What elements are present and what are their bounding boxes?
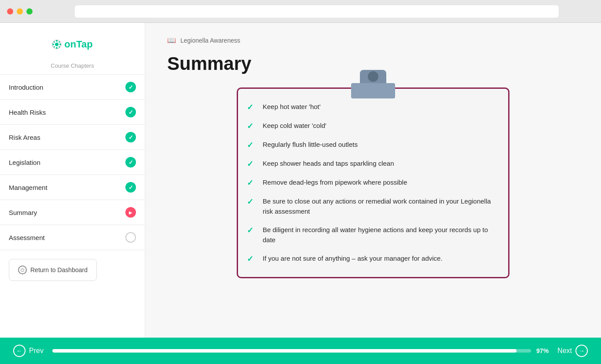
svg-point-1	[55, 43, 59, 46]
chapter-status-icon-health-risks	[125, 107, 136, 117]
svg-point-2	[56, 40, 58, 42]
fullscreen-button[interactable]	[26, 8, 33, 15]
chapter-status-icon-legislation	[125, 157, 136, 167]
checklist-text-2: Regularly flush little-used outlets	[263, 140, 358, 150]
check-icon-2: ✓	[247, 140, 256, 150]
sidebar-item-assessment[interactable]: Assessment	[0, 225, 145, 250]
svg-point-4	[52, 44, 54, 45]
traffic-lights	[7, 8, 33, 15]
checklist-text-0: Keep hot water 'hot'	[263, 102, 321, 112]
sidebar-item-legislation[interactable]: Legislation	[0, 149, 145, 175]
sidebar-item-management[interactable]: Management	[0, 175, 145, 200]
progress-bar-fill	[52, 349, 517, 353]
checklist-item-7: ✓ If you are not sure of anything – ask …	[247, 254, 495, 264]
sidebar-item-health-risks[interactable]: Health Risks	[0, 99, 145, 124]
chapter-status-icon-introduction	[125, 82, 136, 92]
main-content: 📖 Legionella Awareness Summary ✓ Keep ho…	[145, 23, 601, 338]
course-chapters-label: Course Chapters	[0, 59, 145, 74]
checklist-text-5: Be sure to close out any actions or reme…	[263, 197, 495, 216]
checklist-item-5: ✓ Be sure to close out any actions or re…	[247, 197, 495, 216]
checklist-text-6: Be diligent in recording all water hygie…	[263, 225, 495, 245]
return-to-dashboard-button[interactable]: ⊙ Return to Dashboard	[9, 259, 97, 281]
checklist-item-2: ✓ Regularly flush little-used outlets	[247, 140, 495, 150]
svg-point-7	[59, 41, 60, 43]
next-button[interactable]: Next →	[557, 345, 588, 357]
checklist-text-4: Remove dead-legs from pipework where pos…	[263, 178, 407, 188]
clip-top	[360, 70, 386, 83]
prev-arrow-icon: ←	[13, 345, 26, 357]
logo-icon	[52, 40, 62, 49]
svg-point-9	[59, 46, 60, 47]
progress-percent: 97%	[536, 347, 549, 354]
sidebar-item-introduction[interactable]: Introduction	[0, 74, 145, 99]
app-container: onTap Course Chapters Introduction Healt…	[0, 23, 601, 338]
check-icon-7: ✓	[247, 254, 256, 264]
book-icon: 📖	[167, 36, 176, 44]
check-icon-5: ✓	[247, 197, 256, 207]
checklist-item-4: ✓ Remove dead-legs from pipework where p…	[247, 178, 495, 188]
clipboard-clip	[351, 70, 395, 98]
next-arrow-icon: →	[575, 345, 588, 357]
prev-button[interactable]: ← Prev	[13, 345, 44, 357]
sidebar-item-summary[interactable]: Summary	[0, 200, 145, 225]
chapter-status-icon-assessment	[125, 232, 136, 243]
checklist-item-3: ✓ Keep shower heads and taps sparkling c…	[247, 159, 495, 169]
progress-bar-background	[52, 349, 531, 353]
progress-area: 97%	[52, 347, 549, 354]
check-icon-3: ✓	[247, 159, 256, 169]
clipboard-board: ✓ Keep hot water 'hot' ✓ Keep cold water…	[237, 87, 509, 278]
svg-point-5	[59, 44, 61, 45]
clipboard: ✓ Keep hot water 'hot' ✓ Keep cold water…	[237, 87, 509, 278]
svg-point-3	[56, 47, 58, 49]
svg-point-8	[54, 46, 55, 47]
check-icon-1: ✓	[247, 121, 256, 131]
chapter-status-icon-summary	[125, 207, 136, 218]
check-icon-6: ✓	[247, 226, 256, 235]
checklist-item-1: ✓ Keep cold water 'cold'	[247, 121, 495, 131]
checklist-item-6: ✓ Be diligent in recording all water hyg…	[247, 225, 495, 245]
checklist-text-3: Keep shower heads and taps sparkling cle…	[263, 159, 394, 169]
clip-bottom	[351, 83, 395, 98]
checklist-item-0: ✓ Keep hot water 'hot'	[247, 102, 495, 112]
check-icon-0: ✓	[247, 102, 256, 112]
chapter-status-icon-management	[125, 182, 136, 193]
sidebar: onTap Course Chapters Introduction Healt…	[0, 23, 145, 338]
chapter-status-icon-risk-areas	[125, 132, 136, 142]
course-header: 📖 Legionella Awareness	[167, 36, 579, 44]
bottom-navigation-bar: ← Prev 97% Next →	[0, 338, 601, 364]
check-icon-4: ✓	[247, 178, 256, 188]
window-chrome	[0, 0, 601, 23]
close-button[interactable]	[7, 8, 13, 15]
checklist-text-1: Keep cold water 'cold'	[263, 121, 326, 131]
logo-text: onTap	[64, 39, 92, 50]
logo: onTap	[0, 32, 145, 59]
minimize-button[interactable]	[17, 8, 23, 15]
svg-point-6	[54, 41, 55, 43]
checklist-text-7: If you are not sure of anything – ask yo…	[263, 254, 443, 264]
sidebar-item-risk-areas[interactable]: Risk Areas	[0, 124, 145, 149]
address-bar[interactable]	[75, 5, 559, 18]
return-icon: ⊙	[18, 266, 27, 274]
course-name: Legionella Awareness	[180, 37, 240, 44]
